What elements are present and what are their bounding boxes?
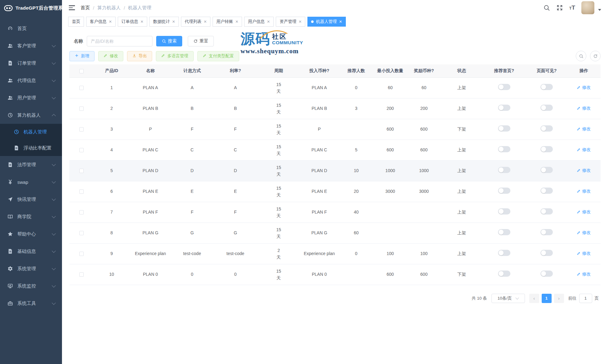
font-size-icon[interactable]: TT [569,4,575,11]
recommend-home-toggle[interactable] [498,208,510,214]
recommend-home-toggle[interactable] [498,146,510,152]
tab-9[interactable]: 机器人管理✕ [307,17,346,27]
sidebar-item-17[interactable]: 系统工具 [0,295,62,312]
row-checkbox[interactable] [79,272,84,277]
search-input[interactable] [87,36,152,46]
row-checkbox[interactable] [79,189,84,194]
recommend-home-toggle[interactable] [498,167,510,173]
page-visible-toggle[interactable] [540,167,553,173]
avatar[interactable] [581,1,594,14]
edit-row-link[interactable]: 修改 [577,271,591,277]
page-visible-toggle[interactable] [540,208,553,214]
toolbar-button-2[interactable]: 修改 [98,51,123,61]
page-visible-toggle[interactable] [540,105,553,111]
close-icon[interactable]: ✕ [140,20,143,24]
fullscreen-icon[interactable] [556,4,563,11]
close-icon[interactable]: ✕ [109,20,112,24]
star-icon [7,231,13,237]
recommend-home-toggle[interactable] [498,105,510,111]
page-number-1[interactable]: 1 [542,294,552,303]
sidebar-item-10[interactable]: swap [0,173,62,191]
edit-row-link[interactable]: 修改 [577,167,591,174]
sidebar-item-6[interactable]: 算力机器人 [0,106,62,124]
sidebar-item-4[interactable]: 代理信息 [0,72,62,89]
row-checkbox[interactable] [79,210,84,214]
breadcrumb-home[interactable]: 首页 [81,5,90,11]
table-refresh-icon[interactable] [590,51,601,61]
edit-row-link[interactable]: 修改 [577,146,591,153]
sidebar-item-11[interactable]: 快讯管理 [0,191,62,208]
sidebar-item-3[interactable]: 订单管理 [0,54,62,72]
page-size-select[interactable]: 10条/页 [491,294,525,303]
goto-page-input[interactable] [579,294,592,303]
sidebar-item-7[interactable]: 机器人管理 [0,124,62,140]
edit-row-link[interactable]: 修改 [577,229,591,236]
recommend-home-toggle[interactable] [498,84,510,90]
close-icon[interactable]: ✕ [298,20,302,24]
prev-page-button[interactable]: ‹ [529,294,539,303]
tab-1[interactable]: 首页 [68,17,84,27]
tab-4[interactable]: 数据统计✕ [149,17,179,27]
sidebar-item-9[interactable]: 法币管理 [0,156,62,173]
toolbar-button-1[interactable]: 新增 [69,51,95,61]
edit-row-link[interactable]: 修改 [577,209,591,215]
row-checkbox[interactable] [79,148,84,152]
table-search-icon[interactable] [576,51,586,61]
refresh-icon [193,39,198,43]
sidebar-item-15[interactable]: 系统管理 [0,260,62,277]
search-button[interactable]: 搜索 [156,36,182,46]
close-icon[interactable]: ✕ [235,20,238,24]
close-icon[interactable]: ✕ [204,20,207,24]
close-icon[interactable]: ✕ [339,20,342,24]
sidebar-item-16[interactable]: 系统监控 [0,277,62,295]
page-visible-toggle[interactable] [540,125,553,132]
recommend-home-toggle[interactable] [498,271,510,277]
row-checkbox[interactable] [79,86,84,90]
edit-row-link[interactable]: 修改 [577,250,591,257]
sidebar-item-2[interactable]: 客户管理 [0,37,62,54]
tab-5[interactable]: 代理列表✕ [181,17,210,27]
caret-down-icon[interactable] [598,9,601,11]
hamburger-icon[interactable] [69,5,75,10]
sidebar-item-5[interactable]: 用户管理 [0,89,62,106]
sidebar-item-12[interactable]: 商学院 [0,208,62,225]
tab-8[interactable]: 资产管理✕ [276,17,305,27]
tab-6[interactable]: 用户转账✕ [213,17,242,27]
row-checkbox[interactable] [79,231,84,235]
sidebar-item-8[interactable]: 浮动比率配置 [0,140,62,156]
tab-7[interactable]: 用户信息✕ [244,17,274,27]
toolbar-button-3[interactable]: 导出 [127,51,152,61]
tab-3[interactable]: 订单信息✕ [118,17,147,27]
recommend-home-toggle[interactable] [498,229,510,235]
close-icon[interactable]: ✕ [267,20,270,24]
sidebar-item-1[interactable]: 首页 [0,20,62,37]
row-checkbox[interactable] [79,252,84,256]
row-checkbox[interactable] [79,127,84,132]
select-all-checkbox[interactable] [79,69,84,73]
recommend-home-toggle[interactable] [498,125,510,132]
edit-row-link[interactable]: 修改 [577,126,591,132]
edit-row-link[interactable]: 修改 [577,188,591,194]
row-checkbox[interactable] [79,106,84,111]
monitor-icon [7,283,13,289]
page-visible-toggle[interactable] [540,188,553,194]
page-visible-toggle[interactable] [540,271,553,277]
reset-button[interactable]: 重置 [188,36,214,46]
page-visible-toggle[interactable] [540,84,553,90]
recommend-home-toggle[interactable] [498,188,510,194]
page-visible-toggle[interactable] [540,250,553,256]
tab-2[interactable]: 客户信息✕ [86,17,116,27]
page-visible-toggle[interactable] [540,146,553,152]
toolbar-button-5[interactable]: 支付类型配置 [197,51,239,61]
recommend-home-toggle[interactable] [498,250,510,256]
row-checkbox[interactable] [79,169,84,173]
sidebar-item-14[interactable]: 基础信息 [0,243,62,260]
search-icon[interactable] [543,4,550,11]
sidebar-item-13[interactable]: 帮助中心 [0,225,62,243]
page-visible-toggle[interactable] [540,229,553,235]
next-page-button[interactable]: › [554,294,564,303]
edit-row-link[interactable]: 修改 [577,84,591,91]
toolbar-button-4[interactable]: 多语言管理 [156,51,194,61]
close-icon[interactable]: ✕ [172,20,175,24]
edit-row-link[interactable]: 修改 [577,105,591,111]
